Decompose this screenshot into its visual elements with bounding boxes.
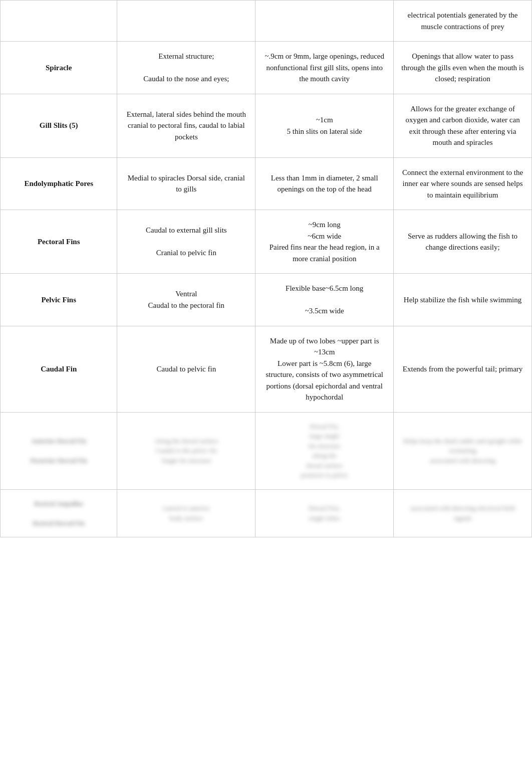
pectoral-fins-row: Pectoral Fins Caudal to external gill sl… xyxy=(1,210,532,274)
pectoral-fins-name: Pectoral Fins xyxy=(1,210,117,274)
caudal-fin-location: Caudal to pelvic fin xyxy=(117,326,255,412)
pelvic-fins-description: Flexible base~6.5cm long ~3.5cm wide xyxy=(255,274,394,326)
spiracle-description: ~.9cm or 9mm, large openings, reduced no… xyxy=(255,42,394,94)
header-row: electrical potentials generated by the m… xyxy=(1,1,532,42)
spiracle-function: Openings that allow water to pass throug… xyxy=(394,42,532,94)
blurred-row1-col4: Helps keep the shark stable and upright … xyxy=(394,412,532,489)
header-col2 xyxy=(117,1,255,42)
endolymphatic-pores-location: Medial to spiracles Dorsal side, cranial… xyxy=(117,157,255,210)
endolymphatic-pores-description: Less than 1mm in diameter, 2 small openi… xyxy=(255,157,394,210)
caudal-fin-row: Caudal Fin Caudal to pelvic fin Made up … xyxy=(1,326,532,412)
pelvic-fins-name: Pelvic Fins xyxy=(1,274,117,326)
pectoral-fins-function: Serve as rudders allowing the fish to ch… xyxy=(394,210,532,274)
pelvic-fins-location: Ventral Caudal to the pectoral fin xyxy=(117,274,255,326)
header-col3 xyxy=(255,1,394,42)
endolymphatic-pores-row: Endolymphatic Pores Medial to spiracles … xyxy=(1,157,532,210)
spiracle-row: Spiracle External structure; Caudal to t… xyxy=(1,42,532,94)
blurred-row-2: Rostral AmpullaeRostral Dorsal Fin Later… xyxy=(1,489,532,537)
blurred-row2-col1: Rostral AmpullaeRostral Dorsal Fin xyxy=(1,489,117,537)
anatomy-table: electrical potentials generated by the m… xyxy=(0,0,532,537)
gill-slits-name: Gill Slits (5) xyxy=(1,94,117,157)
blurred-row2-col4: associated with detecting electrical fie… xyxy=(394,489,532,537)
blurred-row2-col2: Lateral to anteriorbody surface xyxy=(117,489,255,537)
header-col1 xyxy=(1,1,117,42)
blurred-row1-col1: Anterior Dorsal FinPosterior Dorsal Fin xyxy=(1,412,117,489)
blurred-row1-col3: Dorsal Fin,large singlefin structurealon… xyxy=(255,412,394,489)
spiracle-location: External structure; Caudal to the nose a… xyxy=(117,42,255,94)
gill-slits-row: Gill Slits (5) External, lateral sides b… xyxy=(1,94,532,157)
header-col4: electrical potentials generated by the m… xyxy=(394,1,532,42)
gill-slits-location: External, lateral sides behind the mouth… xyxy=(117,94,255,157)
endolymphatic-pores-name: Endolymphatic Pores xyxy=(1,157,117,210)
gill-slits-function: Allows for the greater exchange of oxyge… xyxy=(394,94,532,157)
blurred-row-1: Anterior Dorsal FinPosterior Dorsal Fin … xyxy=(1,412,532,489)
pelvic-fins-function: Help stabilize the fish while swimming xyxy=(394,274,532,326)
blurred-row2-col3: Dorsal Fins,single lobes xyxy=(255,489,394,537)
spiracle-name: Spiracle xyxy=(1,42,117,94)
endolymphatic-pores-function: Connect the external environment to the … xyxy=(394,157,532,210)
blurred-row1-col2: Along the dorsal surfaceCaudal to the pe… xyxy=(117,412,255,489)
pelvic-fins-row: Pelvic Fins Ventral Caudal to the pector… xyxy=(1,274,532,326)
caudal-fin-description: Made up of two lobes ~upper part is ~13c… xyxy=(255,326,394,412)
caudal-fin-name: Caudal Fin xyxy=(1,326,117,412)
gill-slits-description: ~1cm 5 thin slits on lateral side xyxy=(255,94,394,157)
caudal-fin-function: Extends from the powerful tail; primary xyxy=(394,326,532,412)
pectoral-fins-description: ~9cm long ~6cm wide Paired fins near the… xyxy=(255,210,394,274)
pectoral-fins-location: Caudal to external gill slits Cranial to… xyxy=(117,210,255,274)
